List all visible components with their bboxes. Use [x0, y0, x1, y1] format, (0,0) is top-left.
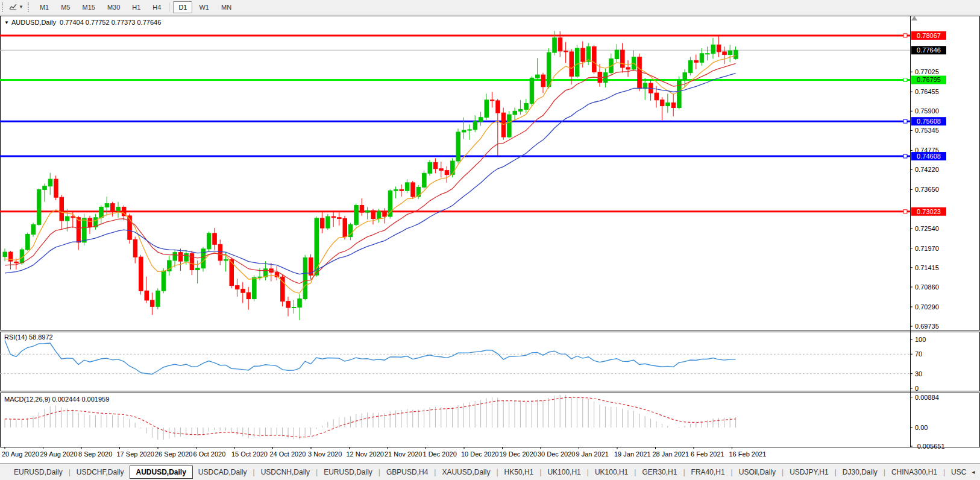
svg-text:0.77646: 0.77646 — [917, 46, 941, 54]
svg-text:0.75608: 0.75608 — [917, 118, 941, 125]
svg-text:3 Nov 2020: 3 Nov 2020 — [308, 450, 342, 458]
svg-text:28 Jan 2021: 28 Jan 2021 — [653, 450, 689, 458]
ohlc-open: 0.77404 — [60, 19, 84, 26]
tab-usdjpy-h1[interactable]: USDJPY,H1 — [784, 466, 834, 479]
svg-text:0.76795: 0.76795 — [917, 76, 941, 83]
tab-usdchf-daily[interactable]: USDCHF,Daily — [71, 466, 130, 479]
svg-text:0.00: 0.00 — [915, 424, 928, 431]
svg-text:0.00884: 0.00884 — [915, 394, 939, 401]
svg-text:30 Dec 2020: 30 Dec 2020 — [538, 450, 575, 458]
rsi-indicator-label: RSI(14) 58.8972 — [4, 333, 53, 341]
tab-xauusd-daily[interactable]: XAUUSD,Daily — [436, 466, 495, 479]
tab-fra40-h1[interactable]: FRA40,H1 — [686, 466, 730, 479]
chart-canvas: 0.770250.764550.759000.753450.747750.742… — [0, 0, 980, 463]
svg-text:100: 100 — [915, 336, 926, 343]
svg-text:10 Dec 2020: 10 Dec 2020 — [461, 450, 498, 458]
svg-text:19 Jan 2021: 19 Jan 2021 — [614, 450, 651, 458]
ohlc-low: 0.77373 — [112, 19, 136, 26]
svg-text:12 Nov 2020: 12 Nov 2020 — [347, 450, 384, 458]
svg-text:0.74608: 0.74608 — [917, 153, 941, 160]
tab-audusd-daily[interactable]: AUDUSD,Daily — [130, 466, 193, 479]
svg-text:26 Sep 2020: 26 Sep 2020 — [155, 450, 192, 458]
svg-text:0.77025: 0.77025 — [915, 68, 939, 75]
svg-text:0.72540: 0.72540 — [915, 225, 939, 232]
svg-text:70: 70 — [915, 350, 922, 358]
tab-scroll-left-icon[interactable]: ◂ — [972, 469, 975, 475]
svg-text:0.75345: 0.75345 — [915, 127, 939, 134]
tab-uk100-h1[interactable]: UK100,H1 — [589, 466, 633, 479]
svg-text:1 Dec 2020: 1 Dec 2020 — [423, 450, 457, 458]
svg-text:0.71415: 0.71415 — [915, 264, 939, 271]
svg-text:20 Aug 2020: 20 Aug 2020 — [2, 450, 39, 458]
svg-text:29 Aug 2020: 29 Aug 2020 — [40, 450, 78, 458]
svg-text:0.70290: 0.70290 — [915, 303, 939, 311]
chart-tabs: EURUSD,Daily|USDCHF,DailyAUDUSD,DailyUSD… — [8, 466, 972, 479]
svg-text:0.75900: 0.75900 — [915, 107, 939, 115]
svg-text:0.71970: 0.71970 — [915, 245, 939, 252]
tab-usc[interactable]: USC — [946, 466, 972, 479]
svg-text:0.78067: 0.78067 — [917, 32, 941, 39]
svg-text:19 Dec 2020: 19 Dec 2020 — [500, 450, 537, 458]
svg-text:30: 30 — [915, 370, 922, 377]
svg-text:8 Sep 2020: 8 Sep 2020 — [78, 450, 112, 458]
tab-eurusd-daily[interactable]: EURUSD,Daily — [8, 466, 68, 479]
svg-text:0: 0 — [915, 385, 919, 392]
tab-usoil-daily[interactable]: USOil,Daily — [733, 466, 781, 479]
svg-text:0.73650: 0.73650 — [915, 186, 939, 193]
tab-ger30-h1[interactable]: GER30,H1 — [636, 466, 682, 479]
chart-symbol: AUDUSD,Daily — [11, 19, 56, 26]
svg-text:15 Oct 2020: 15 Oct 2020 — [231, 450, 268, 458]
svg-text:-0.005651: -0.005651 — [915, 443, 945, 450]
date-axis: 20 Aug 202029 Aug 20208 Sep 202017 Sep 2… — [2, 447, 766, 458]
tab-uk100-h1[interactable]: UK100,H1 — [542, 466, 586, 479]
svg-text:0.69735: 0.69735 — [915, 323, 939, 330]
svg-text:17 Sep 2020: 17 Sep 2020 — [117, 450, 154, 458]
svg-text:6 Oct 2020: 6 Oct 2020 — [193, 450, 226, 458]
tab-gbpusd-h4[interactable]: GBPUSD,H4 — [381, 466, 433, 479]
tab-china300-h1[interactable]: CHINA300,H1 — [886, 466, 943, 479]
svg-text:0.74220: 0.74220 — [915, 166, 939, 173]
chart-title: ▼AUDUSD,Daily 0.77404 0.77752 0.77373 0.… — [4, 19, 161, 26]
svg-text:0.70860: 0.70860 — [915, 283, 939, 291]
tab-scroll-arrows: ◂ ▸ — [972, 469, 980, 475]
svg-text:0.73023: 0.73023 — [917, 208, 941, 215]
macd-indicator-label: MACD(12,26,9) 0.002444 0.001959 — [4, 396, 109, 403]
ohlc-high: 0.77752 — [86, 19, 110, 26]
svg-text:16 Feb 2021: 16 Feb 2021 — [729, 450, 767, 458]
chart-tab-bar: EURUSD,Daily|USDCHF,DailyAUDUSD,DailyUSD… — [0, 463, 980, 480]
svg-text:6 Feb 2021: 6 Feb 2021 — [691, 450, 724, 458]
mt4-window: ▼ M1M5M15M30H1H4D1W1MN 0.770250.764550.7… — [0, 0, 980, 480]
tab-eurusd-daily[interactable]: EURUSD,Daily — [318, 466, 378, 479]
svg-text:0.76455: 0.76455 — [915, 88, 939, 95]
tab-hk50-h1[interactable]: HK50,H1 — [499, 466, 539, 479]
tab-usdcnh-daily[interactable]: USDCNH,Daily — [256, 466, 315, 479]
svg-text:9 Jan 2021: 9 Jan 2021 — [576, 450, 609, 458]
svg-text:24 Oct 2020: 24 Oct 2020 — [270, 450, 306, 458]
tab-usdcad-daily[interactable]: USDCAD,Daily — [193, 466, 253, 479]
ohlc-close: 0.77646 — [137, 19, 162, 26]
tab-dj30-daily[interactable]: DJ30,Daily — [837, 466, 883, 479]
svg-text:21 Nov 2020: 21 Nov 2020 — [385, 450, 422, 458]
collapse-triangle-icon[interactable]: ▼ — [4, 20, 9, 25]
